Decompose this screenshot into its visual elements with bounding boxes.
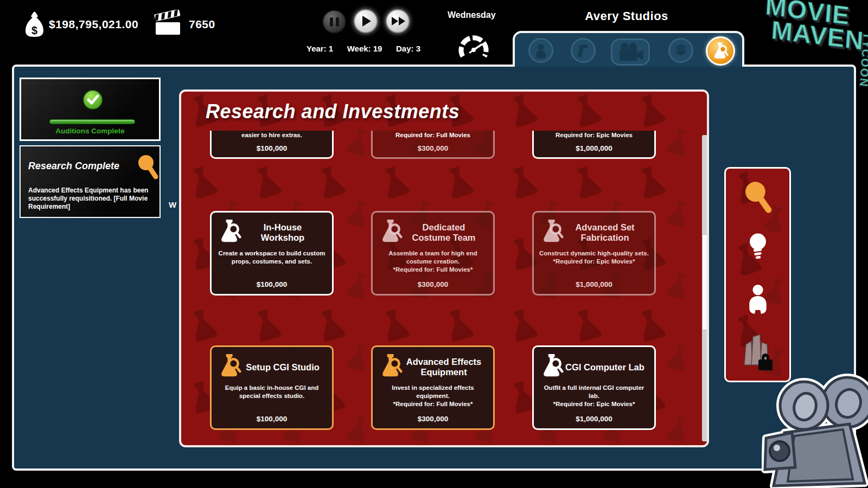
tab-actors[interactable] — [528, 38, 553, 63]
tab-research[interactable] — [706, 36, 735, 66]
research-card[interactable]: Required for: Epic Movies $1,000,000 — [532, 131, 656, 159]
person-icon — [743, 284, 773, 319]
tab-movies[interactable] — [611, 38, 650, 66]
notification-auditions[interactable]: Auditions Complete — [20, 78, 161, 141]
side-tab-studio-locked[interactable] — [726, 331, 789, 374]
panel-title: Research and Investments — [206, 100, 459, 123]
card-price: $100,000 — [212, 280, 332, 288]
game-logo: MOVIE MAVEN TYCOON — [759, 0, 868, 112]
research-investments-panel: Research and Investments easier to hire … — [179, 89, 709, 447]
research-card[interactable]: easier to hire extras. $100,000 — [210, 131, 334, 159]
money-bag-icon: $ — [24, 11, 44, 40]
card-desc: Outfit a full internal CGI computer lab.… — [534, 384, 654, 408]
tab-sets[interactable] — [668, 38, 693, 63]
fast-forward-button[interactable] — [386, 9, 410, 33]
game-screen: $ $198,795,021.00 7650 Year: 1 Week: 19 … — [0, 0, 868, 488]
research-scroll-viewport: easier to hire extras. $100,000 Required… — [181, 131, 698, 444]
research-card[interactable]: Advanced Set Fabrication Construct dynam… — [532, 211, 656, 296]
progress-bar — [49, 119, 135, 124]
flask-magnifier-icon — [218, 353, 242, 381]
research-row: Setup CGI Studio Equip a basic in-house … — [210, 345, 687, 430]
year-label: Year: 1 — [307, 44, 333, 53]
card-price: $300,000 — [373, 415, 493, 423]
layers-icon — [673, 42, 689, 59]
card-desc: Required for: Full Movies — [373, 132, 493, 138]
clapperboard-icon — [154, 10, 184, 39]
card-desc: Create a workspace to build custom props… — [212, 249, 332, 266]
card-price: $100,000 — [212, 144, 332, 152]
card-price: $1,000,000 — [534, 415, 654, 423]
buildings-icon — [740, 331, 776, 374]
card-title: Setup CGI Studio — [242, 362, 327, 373]
pause-button[interactable] — [322, 10, 346, 34]
side-tab-investments[interactable] — [726, 181, 789, 214]
research-row: In-House Workshop Create a workspace to … — [210, 211, 687, 296]
research-card[interactable]: Dedicated Costume Team Assemble a team f… — [371, 211, 495, 296]
research-card[interactable]: Required for: Full Movies $300,000 — [371, 131, 495, 159]
card-price: $300,000 — [373, 144, 493, 152]
card-desc: Assemble a team for high end costume cre… — [373, 249, 493, 274]
magnifier-icon — [136, 154, 159, 182]
money-amount: $198,795,021.00 — [49, 18, 138, 31]
notification-body: Advanced Effects Equipment has been succ… — [28, 187, 153, 211]
research-card[interactable]: In-House Workshop Create a workspace to … — [210, 211, 334, 296]
date-row: Year: 1 Week: 19 Day: 3 — [307, 44, 420, 53]
flask-magnifier-icon — [379, 353, 403, 381]
card-title: In-House Workshop — [242, 222, 327, 243]
card-desc: easier to hire extras. — [212, 132, 332, 138]
scrollbar-thumb[interactable] — [702, 234, 709, 330]
tab-scripts[interactable] — [571, 38, 596, 63]
progress-label: Auditions Complete — [21, 127, 159, 135]
play-icon — [362, 16, 371, 27]
card-desc: Invest in specialized effects equipment.… — [373, 384, 493, 408]
research-row-partial: easier to hire extras. $100,000 Required… — [210, 131, 687, 159]
card-price: $300,000 — [373, 280, 493, 288]
play-button[interactable] — [354, 9, 378, 33]
side-tab-ideas[interactable] — [726, 233, 789, 266]
card-title: Advanced Effects Equipment — [403, 357, 488, 377]
main-tab-bar — [513, 31, 744, 67]
svg-text:$: $ — [31, 24, 37, 36]
card-title: Dedicated Costume Team — [403, 222, 488, 243]
studio-name: Avery Studios — [569, 9, 685, 23]
check-circle-icon — [82, 89, 103, 112]
card-price: $1,000,000 — [534, 280, 654, 288]
card-title: CGI Computer Lab — [564, 362, 649, 373]
card-price: $100,000 — [212, 415, 332, 423]
card-desc: Construct dynamic high-quality sets. *Re… — [534, 249, 654, 266]
lightbulb-icon — [744, 233, 771, 266]
research-flask-icon — [712, 42, 729, 60]
card-title: Advanced Set Fabrication — [564, 222, 649, 243]
pause-icon — [330, 17, 339, 27]
magnifier-icon — [743, 181, 773, 214]
card-price: $1,000,000 — [534, 144, 654, 152]
flask-magnifier-icon — [540, 219, 564, 247]
notification-research[interactable]: Research Complete Advanced Effects Equip… — [20, 145, 161, 218]
fast-forward-icon — [392, 17, 405, 25]
flask-magnifier-icon — [218, 219, 242, 247]
notification-title: Research Complete — [28, 160, 119, 172]
movie-camera-illustration — [762, 372, 868, 488]
speed-gauge-icon — [457, 31, 490, 65]
weekday-label: Wednesday — [448, 10, 496, 20]
card-desc: Required for: Epic Movies — [534, 132, 654, 138]
day-label: Day: 3 — [396, 44, 420, 53]
obscured-label-fragment: W — [169, 200, 176, 209]
research-card[interactable]: CGI Computer Lab Outfit a full internal … — [532, 345, 656, 430]
flask-magnifier-icon — [379, 219, 403, 247]
card-desc: Equip a basic in-house CGI and special e… — [212, 384, 332, 400]
flask-magnifier-icon — [540, 353, 564, 381]
scrollbar-track[interactable] — [702, 135, 709, 441]
research-card[interactable]: Advanced Effects Equipment Invest in spe… — [371, 345, 495, 430]
movie-camera-icon — [616, 42, 644, 62]
research-card[interactable]: Setup CGI Studio Equip a basic in-house … — [210, 345, 334, 430]
week-label: Week: 19 — [347, 44, 382, 53]
film-counter: 7650 — [189, 18, 215, 31]
research-side-tabs — [724, 167, 791, 382]
side-tab-staff[interactable] — [726, 284, 789, 319]
person-icon — [533, 42, 549, 59]
script-scroll-icon — [575, 42, 591, 59]
